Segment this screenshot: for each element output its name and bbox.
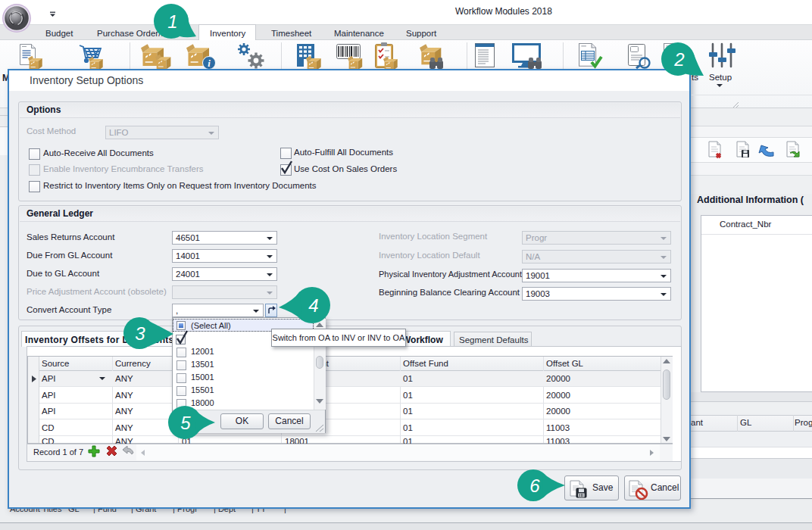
svg-text:6: 6	[529, 475, 540, 496]
svg-text:1: 1	[167, 11, 177, 32]
svg-text:5: 5	[180, 413, 191, 433]
svg-text:2: 2	[673, 49, 684, 70]
svg-text:3: 3	[135, 323, 145, 344]
svg-text:4: 4	[308, 295, 318, 316]
